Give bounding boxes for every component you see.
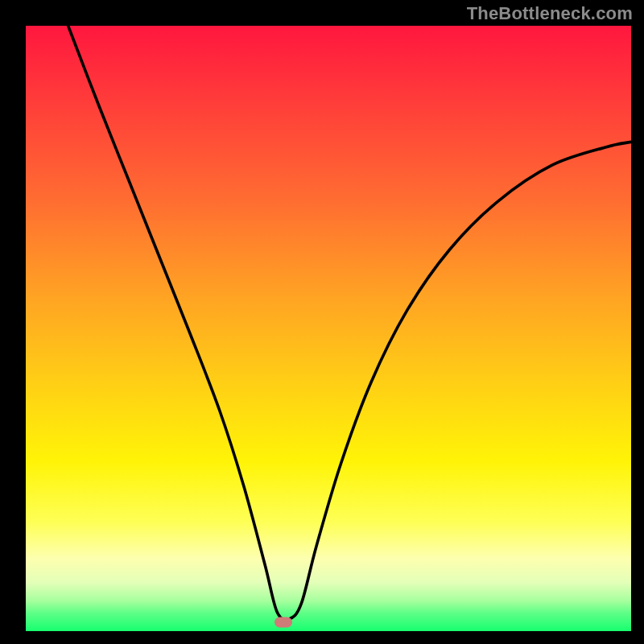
bottleneck-chart — [26, 26, 631, 631]
watermark-text: TheBottleneck.com — [467, 3, 633, 24]
chart-frame: TheBottleneck.com — [0, 0, 644, 644]
minimum-marker — [275, 617, 292, 627]
plot-background — [26, 26, 631, 631]
